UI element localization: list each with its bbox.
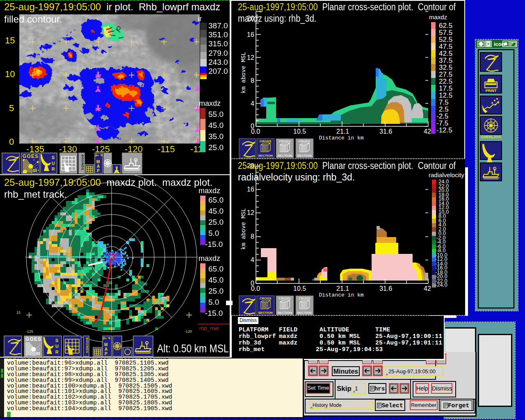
svg-text:km above MSL: km above MSL [240,52,247,94]
svg-text:10.5: 10.5 [293,285,306,292]
svg-text:4: 4 [251,256,254,263]
svg-text:BOUNDS: BOUNDS [81,155,84,171]
svg-text:-120: -120 [185,329,192,333]
svg-text:S: S [52,155,55,160]
svg-text:SECTION: SECTION [277,154,292,158]
svg-text:SECTION: SECTION [258,311,273,315]
svg-text:0.0: 0.0 [251,128,260,135]
svg-text:-12.5: -12.5 [436,126,452,134]
svg-text:CROSS: CROSS [279,297,291,300]
svg-text:CROSS: CROSS [260,297,272,300]
svg-text:M: M [96,160,100,164]
svg-text:CROSS: CROSS [299,297,310,300]
svg-text:SECTION: SECTION [277,311,292,315]
svg-text:42: 42 [424,285,431,292]
svg-text:20: 20 [247,162,254,169]
svg-text:radialvelocity: radialvelocity [429,171,464,178]
svg-text:icon: icon [494,41,505,47]
svg-text:GOES: GOES [25,336,41,342]
svg-text:8: 8 [251,77,254,84]
svg-text:CROSS: CROSS [260,139,272,143]
svg-text:U: U [52,161,55,166]
svg-text:maxdz: maxdz [429,14,447,21]
svg-text:16: 16 [247,31,254,38]
svg-text:21.1: 21.1 [336,128,349,135]
svg-text:P: P [97,169,100,173]
svg-text:.IR: .IR [35,352,41,356]
svg-text:8: 8 [251,233,254,240]
svg-text:Distance in km: Distance in km [319,135,363,141]
svg-text:SECTION: SECTION [297,311,312,315]
svg-text:P: P [105,352,107,356]
svg-text:21.1: 21.1 [336,285,349,292]
svg-text:-24.0: -24.0 [435,282,447,288]
svg-text:Distance in km: Distance in km [319,292,363,298]
svg-text:42: 42 [424,128,431,135]
svg-text:OVERLAYS: OVERLAYS [481,135,501,139]
svg-text:20: 20 [247,15,254,22]
svg-text:M: M [104,342,107,347]
svg-text:SECTION: SECTION [258,154,273,158]
svg-text:SECTION: SECTION [297,154,312,158]
svg-text:16: 16 [247,186,254,193]
svg-text:PRINT: PRINT [486,89,497,93]
svg-text:.IR: .IR [32,169,38,173]
svg-text:31.6: 31.6 [379,128,392,135]
svg-text:km above MSL: km above MSL [240,208,247,250]
svg-text:A: A [97,164,100,169]
svg-text:R: R [55,349,59,354]
svg-text:-125: -125 [26,329,33,333]
svg-text:15: 15 [16,310,21,315]
svg-text:12: 12 [247,209,254,216]
svg-text:A: A [105,347,107,352]
svg-text:R: R [52,167,55,171]
svg-text:BOUNDS: BOUNDS [85,338,89,354]
svg-text:CROSS: CROSS [279,139,291,143]
svg-text:CROSS: CROSS [299,139,310,143]
svg-text:S: S [55,338,58,343]
svg-text:10.5: 10.5 [293,128,306,135]
svg-text:U: U [55,344,59,349]
svg-text:4: 4 [251,100,254,107]
svg-text:12: 12 [247,54,254,61]
svg-text:0.0: 0.0 [251,285,260,292]
svg-text:31.6: 31.6 [379,285,392,292]
svg-text:GOES: GOES [23,153,38,159]
